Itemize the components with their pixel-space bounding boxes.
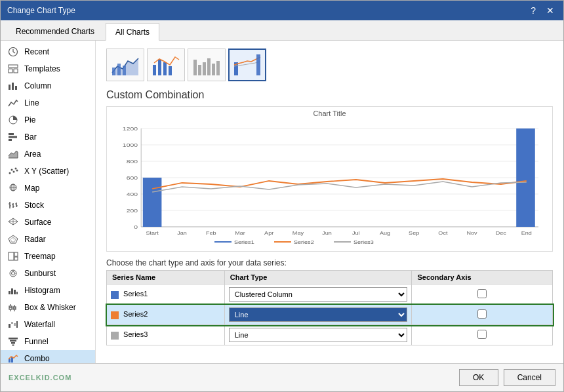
sidebar-item-templates[interactable]: Templates	[1, 60, 95, 77]
sidebar-item-recent[interactable]: Recent	[1, 43, 95, 60]
tab-all-charts[interactable]: All Charts	[106, 23, 159, 41]
series3-chart-type-cell: Line Clustered Column	[224, 325, 412, 345]
sidebar-item-stock[interactable]: Stock	[1, 197, 95, 214]
series2-chart-type-cell: Line Clustered Column	[224, 305, 412, 325]
svg-rect-4	[9, 69, 12, 73]
svg-text:Sep: Sep	[409, 231, 420, 236]
chart-icon-3[interactable]	[188, 49, 226, 81]
svg-point-41	[12, 272, 15, 275]
close-button[interactable]: ✕	[544, 5, 557, 16]
funnel-chart-icon	[7, 336, 19, 347]
series2-secondary-axis-checkbox[interactable]	[477, 309, 487, 319]
svg-text:Feb: Feb	[206, 231, 216, 236]
svg-rect-8	[15, 86, 17, 90]
col-header-chart-type: Chart Type	[224, 271, 412, 284]
svg-rect-61	[9, 338, 18, 340]
svg-rect-80	[216, 61, 220, 75]
svg-text:Series3: Series3	[353, 240, 374, 245]
area-chart-icon	[7, 149, 19, 159]
sidebar-item-area[interactable]: Area	[1, 146, 95, 163]
svg-text:May: May	[292, 231, 304, 236]
svg-text:Jul: Jul	[352, 231, 360, 236]
series1-secondary-axis-checkbox[interactable]	[477, 289, 487, 298]
sidebar-item-xy-scatter[interactable]: X Y (Scatter)	[1, 163, 95, 180]
help-button[interactable]: ?	[528, 5, 538, 16]
sidebar-item-surface[interactable]: Surface	[1, 214, 95, 231]
svg-text:Dec: Dec	[496, 231, 506, 236]
svg-rect-70	[123, 66, 126, 75]
sidebar-item-map[interactable]: Map	[1, 180, 95, 197]
svg-rect-11	[9, 136, 17, 138]
series-row-1: Series1 Clustered Column Line	[107, 284, 553, 305]
svg-line-2	[13, 52, 15, 53]
svg-rect-76	[198, 65, 201, 75]
box-whisker-chart-icon	[7, 302, 19, 313]
sidebar-item-radar[interactable]: Radar	[1, 231, 95, 248]
sidebar-item-column[interactable]: Column	[1, 77, 95, 94]
svg-rect-71	[153, 65, 156, 75]
sidebar-item-combo[interactable]: Combo	[1, 350, 95, 363]
svg-text:200: 200	[127, 208, 138, 214]
svg-rect-59	[14, 323, 16, 326]
svg-rect-64	[12, 345, 14, 346]
svg-rect-46	[11, 288, 13, 294]
sidebar-item-sunburst[interactable]: Sunburst	[1, 265, 95, 282]
svg-rect-12	[9, 139, 12, 141]
svg-text:Start: Start	[146, 231, 159, 236]
sidebar-item-histogram[interactable]: Histogram	[1, 282, 95, 299]
svg-rect-40	[14, 257, 18, 260]
svg-text:400: 400	[127, 191, 138, 197]
chart-svg: 1200 1000 800 600 400 200 0	[112, 119, 547, 246]
clock-icon	[7, 47, 19, 57]
svg-point-16	[15, 168, 17, 170]
cancel-button[interactable]: Cancel	[504, 369, 555, 386]
bar-chart-icon	[7, 132, 19, 142]
series-table-header-row: Series Name Chart Type Secondary Axis	[107, 271, 553, 284]
sidebar-item-line[interactable]: Line	[1, 94, 95, 111]
sidebar-label-templates: Templates	[24, 64, 60, 73]
svg-rect-5	[14, 69, 18, 73]
svg-rect-47	[14, 290, 16, 294]
svg-text:1200: 1200	[123, 126, 138, 132]
series2-chart-type-select[interactable]: Line Clustered Column	[229, 307, 408, 322]
sidebar-item-treemap[interactable]: Treemap	[1, 248, 95, 265]
change-chart-type-dialog: Change Chart Type ? ✕ Recommended Charts…	[0, 0, 564, 392]
map-icon	[7, 183, 19, 193]
series3-secondary-axis-checkbox[interactable]	[477, 330, 487, 339]
sidebar-label-map: Map	[24, 184, 39, 193]
chart-icon-2[interactable]	[147, 49, 185, 81]
series-header-text: Choose the chart type and axis for your …	[106, 258, 553, 267]
dialog-title: Change Chart Type	[7, 6, 75, 15]
svg-point-14	[11, 169, 13, 171]
svg-text:Jun: Jun	[322, 231, 332, 236]
surface-chart-icon	[7, 217, 19, 227]
sidebar-item-pie[interactable]: Pie	[1, 111, 95, 128]
series1-color-swatch	[111, 291, 119, 299]
col-header-series-name: Series Name	[107, 271, 225, 284]
svg-rect-62	[10, 340, 16, 342]
svg-rect-63	[11, 342, 15, 344]
series3-color-swatch	[111, 332, 119, 340]
sidebar-item-funnel[interactable]: Funnel	[1, 333, 95, 350]
chart-icon-1[interactable]	[106, 49, 144, 81]
svg-rect-45	[9, 291, 10, 294]
series1-secondary-axis-cell	[412, 284, 553, 305]
series1-chart-type-select[interactable]: Clustered Column Line	[229, 287, 408, 302]
sidebar-item-bar[interactable]: Bar	[1, 128, 95, 146]
series1-name-cell: Series1	[107, 284, 225, 305]
sidebar-item-box-whisker[interactable]: Box & Whisker	[1, 299, 95, 316]
series3-chart-type-select[interactable]: Line Clustered Column	[229, 328, 408, 342]
sidebar-item-waterfall[interactable]: Waterfall	[1, 316, 95, 333]
sidebar-label-recent: Recent	[24, 47, 49, 56]
series-row-2[interactable]: Series2 Line Clustered Column	[107, 305, 553, 325]
svg-rect-72	[158, 60, 161, 75]
tab-recommended-charts[interactable]: Recommended Charts	[6, 23, 104, 40]
svg-rect-74	[169, 66, 172, 75]
svg-rect-58	[11, 322, 13, 324]
svg-rect-38	[9, 252, 14, 260]
svg-point-17	[16, 170, 18, 172]
svg-rect-78	[207, 58, 211, 75]
chart-icon-4[interactable]	[228, 49, 266, 81]
svg-rect-60	[16, 321, 18, 328]
ok-button[interactable]: OK	[459, 369, 498, 386]
